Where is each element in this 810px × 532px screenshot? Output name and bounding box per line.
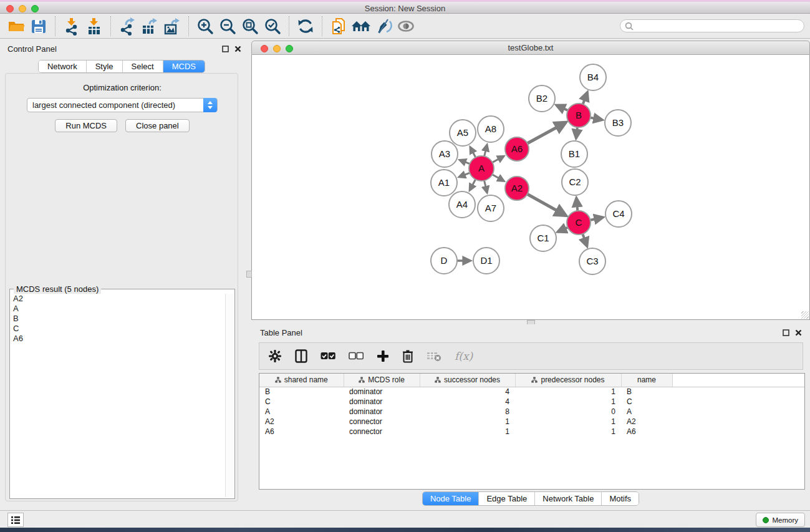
graph-node-B[interactable]: B xyxy=(567,104,591,127)
settings-gear-icon[interactable] xyxy=(268,347,282,365)
table-cell[interactable]: 4 xyxy=(420,387,515,397)
delete-table-icon[interactable] xyxy=(427,347,441,365)
tab-style[interactable]: Style xyxy=(86,60,122,72)
task-history-button[interactable] xyxy=(7,513,24,527)
network-window-titlebar[interactable]: testGlobe.txt xyxy=(251,41,810,55)
graph-node-A4[interactable]: A4 xyxy=(449,191,475,218)
first-neighbors-icon[interactable] xyxy=(350,16,372,37)
zoom-out-icon[interactable] xyxy=(216,16,239,37)
hide-annotations-icon[interactable] xyxy=(372,16,395,37)
table-cell[interactable]: A2 xyxy=(259,417,344,427)
table-cell[interactable]: dominator xyxy=(344,387,420,397)
table-cell[interactable]: 0 xyxy=(515,407,621,417)
graph-node-A7[interactable]: A7 xyxy=(478,195,504,221)
column-header-successor-nodes[interactable]: successor nodes xyxy=(420,374,515,387)
network-canvas[interactable]: AA1A2A3A4A5A6A7A8BB1B2B3B4CC1C2C3C4DD1 xyxy=(251,55,810,320)
table-cell[interactable]: A xyxy=(621,407,672,417)
export-network-icon[interactable] xyxy=(116,16,138,37)
result-list-item[interactable]: A2 xyxy=(13,294,224,304)
float-panel-icon[interactable] xyxy=(222,46,229,52)
result-list-item[interactable]: A xyxy=(13,304,224,314)
table-cell[interactable]: B xyxy=(621,387,672,397)
table-row[interactable]: Bdominator41B xyxy=(259,387,805,397)
zoom-in-icon[interactable] xyxy=(194,16,216,37)
column-header-MCDS-role[interactable]: MCDS role xyxy=(344,374,420,387)
result-list-item[interactable]: C xyxy=(13,324,224,334)
column-header-name[interactable]: name xyxy=(621,374,672,387)
select-all-columns-icon[interactable] xyxy=(321,347,335,365)
function-builder-icon[interactable]: f(x) xyxy=(455,347,473,365)
criterion-dropdown[interactable]: largest connected component (directed) xyxy=(27,98,218,112)
copy-network-icon[interactable] xyxy=(327,16,350,37)
table-row[interactable]: Adominator80A xyxy=(259,407,805,417)
table-cell[interactable]: C xyxy=(259,397,344,407)
result-scrollbar[interactable] xyxy=(225,294,233,497)
graph-node-B2[interactable]: B2 xyxy=(529,85,555,112)
zoom-selected-icon[interactable] xyxy=(261,16,284,37)
graph-node-A[interactable]: A xyxy=(469,156,494,181)
table-row[interactable]: A6connector11A6 xyxy=(259,427,805,437)
tab-edge-table[interactable]: Edge Table xyxy=(478,492,534,505)
table-row[interactable]: A2connector11A2 xyxy=(259,417,805,427)
import-table-icon[interactable] xyxy=(83,16,105,37)
table-cell[interactable]: dominator xyxy=(344,407,420,417)
table-cell[interactable]: connector xyxy=(344,427,420,437)
tab-mcds[interactable]: MCDS xyxy=(163,60,205,72)
graph-node-B3[interactable]: B3 xyxy=(605,110,631,136)
result-list-item[interactable]: B xyxy=(13,314,224,324)
table-cell[interactable]: A6 xyxy=(259,427,344,437)
graph-node-B4[interactable]: B4 xyxy=(580,64,606,90)
zoom-fit-icon[interactable] xyxy=(239,16,261,37)
table-cell[interactable]: 1 xyxy=(515,387,621,397)
export-image-icon[interactable] xyxy=(161,16,183,37)
tab-motifs[interactable]: Motifs xyxy=(601,492,639,505)
search-input[interactable] xyxy=(620,19,804,32)
tab-network-table[interactable]: Network Table xyxy=(534,492,601,505)
import-network-icon[interactable] xyxy=(60,16,83,37)
table-cell[interactable]: A6 xyxy=(621,427,672,437)
show-graphics-details-icon[interactable] xyxy=(395,16,417,37)
refresh-icon[interactable] xyxy=(294,16,317,37)
save-session-icon[interactable] xyxy=(27,16,50,37)
table-cell[interactable]: A xyxy=(259,407,344,417)
table-cell[interactable]: dominator xyxy=(344,397,420,407)
run-mcds-button[interactable]: Run MCDS xyxy=(55,119,117,132)
column-header-shared-name[interactable]: shared name xyxy=(259,374,344,387)
graph-node-A3[interactable]: A3 xyxy=(432,141,458,167)
graph-node-A8[interactable]: A8 xyxy=(478,116,504,142)
table-row[interactable]: Cdominator41C xyxy=(259,397,805,407)
result-list-item[interactable]: A6 xyxy=(13,334,224,344)
memory-button[interactable]: Memory xyxy=(756,513,805,527)
tab-node-table[interactable]: Node Table xyxy=(423,492,479,505)
table-cell[interactable]: 1 xyxy=(420,427,515,437)
add-column-icon[interactable] xyxy=(377,347,389,365)
graph-node-C[interactable]: C xyxy=(567,211,591,235)
graph-node-C3[interactable]: C3 xyxy=(579,248,605,274)
graph-node-A2[interactable]: A2 xyxy=(505,177,529,200)
graph-node-C4[interactable]: C4 xyxy=(605,201,632,227)
close-panel-button[interactable]: Close panel xyxy=(125,119,190,132)
tab-network[interactable]: Network xyxy=(39,60,86,72)
graph-node-C2[interactable]: C2 xyxy=(562,169,588,195)
table-cell[interactable]: B xyxy=(259,387,344,397)
graph-node-C1[interactable]: C1 xyxy=(530,225,556,251)
table-cell[interactable]: 1 xyxy=(420,417,515,427)
table-cell[interactable]: 4 xyxy=(420,397,515,407)
table-cell[interactable]: C xyxy=(621,397,672,407)
table-cell[interactable]: 1 xyxy=(515,417,621,427)
graph-node-D[interactable]: D xyxy=(431,248,457,274)
open-file-icon[interactable] xyxy=(5,16,27,37)
table-cell[interactable]: 1 xyxy=(515,427,621,437)
close-panel-icon[interactable] xyxy=(234,46,241,52)
column-header-predecessor-nodes[interactable]: predecessor nodes xyxy=(515,374,621,387)
window-resize-grip[interactable] xyxy=(801,311,809,319)
graph-node-A1[interactable]: A1 xyxy=(431,170,457,196)
network-graph[interactable]: AA1A2A3A4A5A6A7A8BB1B2B3B4CC1C2C3C4DD1 xyxy=(252,55,809,319)
tab-select[interactable]: Select xyxy=(122,60,163,72)
export-table-icon[interactable] xyxy=(138,16,161,37)
table-cell[interactable]: A2 xyxy=(621,417,672,427)
graph-node-A5[interactable]: A5 xyxy=(450,120,476,146)
delete-column-icon[interactable] xyxy=(402,347,413,365)
graph-node-D1[interactable]: D1 xyxy=(473,248,499,274)
float-table-panel-icon[interactable] xyxy=(783,329,789,336)
